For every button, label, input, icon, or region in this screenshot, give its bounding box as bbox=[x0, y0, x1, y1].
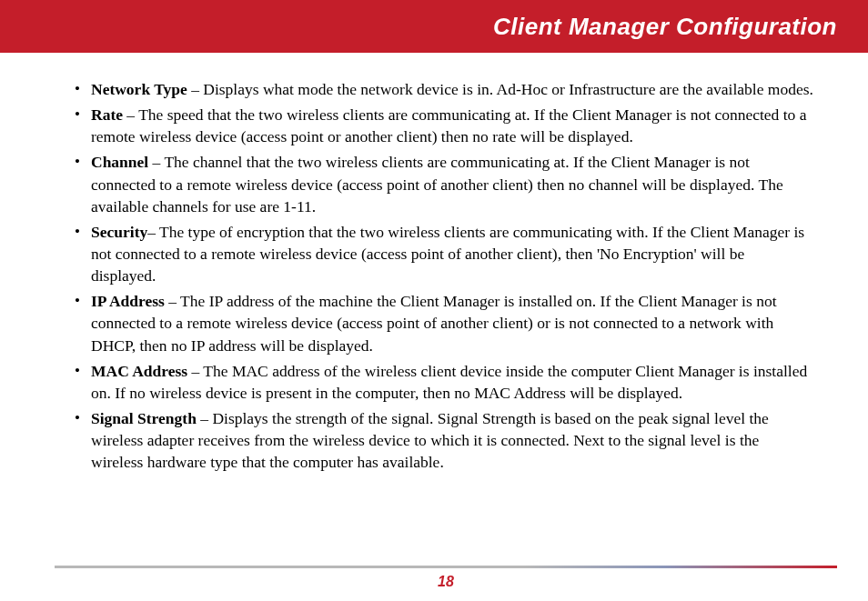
term: Network Type bbox=[91, 80, 187, 98]
sep: – bbox=[187, 362, 203, 380]
term: Channel bbox=[91, 153, 148, 171]
sep: – bbox=[165, 292, 180, 310]
term: Signal Strength bbox=[91, 409, 197, 427]
page-title: Client Manager Configuration bbox=[493, 13, 837, 41]
sep: – bbox=[147, 223, 159, 241]
list-item: Rate – The speed that the two wireless c… bbox=[73, 104, 813, 147]
sep: – bbox=[197, 409, 213, 427]
header-band: Client Manager Configuration bbox=[0, 0, 868, 53]
term: IP Address bbox=[91, 292, 165, 310]
list-item: Signal Strength – Displays the strength … bbox=[73, 407, 813, 473]
sep: – bbox=[123, 105, 138, 124]
sep: – bbox=[187, 80, 204, 98]
footer: 18 bbox=[55, 566, 837, 590]
page-number: 18 bbox=[55, 574, 837, 590]
list-item: Channel – The channel that the two wirel… bbox=[73, 151, 813, 216]
desc: Displays what mode the network device is… bbox=[203, 80, 813, 98]
sep: – bbox=[148, 153, 164, 171]
desc: The IP address of the machine the Client… bbox=[91, 292, 777, 354]
desc: The channel that the two wireless client… bbox=[91, 153, 783, 215]
term: MAC Address bbox=[91, 362, 187, 380]
term: Security bbox=[91, 223, 147, 241]
list-item: IP Address – The IP address of the machi… bbox=[73, 290, 813, 356]
desc: The type of encryption that the two wire… bbox=[91, 223, 804, 285]
term: Rate bbox=[91, 105, 123, 124]
desc: The speed that the two wireless clients … bbox=[91, 105, 806, 145]
list-item: Security– The type of encryption that th… bbox=[73, 221, 813, 286]
footer-divider bbox=[55, 566, 837, 568]
list-item: Network Type – Displays what mode the ne… bbox=[73, 78, 813, 100]
list-item: MAC Address – The MAC address of the wir… bbox=[73, 360, 813, 404]
content-area: Network Type – Displays what mode the ne… bbox=[0, 53, 868, 473]
definition-list: Network Type – Displays what mode the ne… bbox=[73, 78, 813, 473]
